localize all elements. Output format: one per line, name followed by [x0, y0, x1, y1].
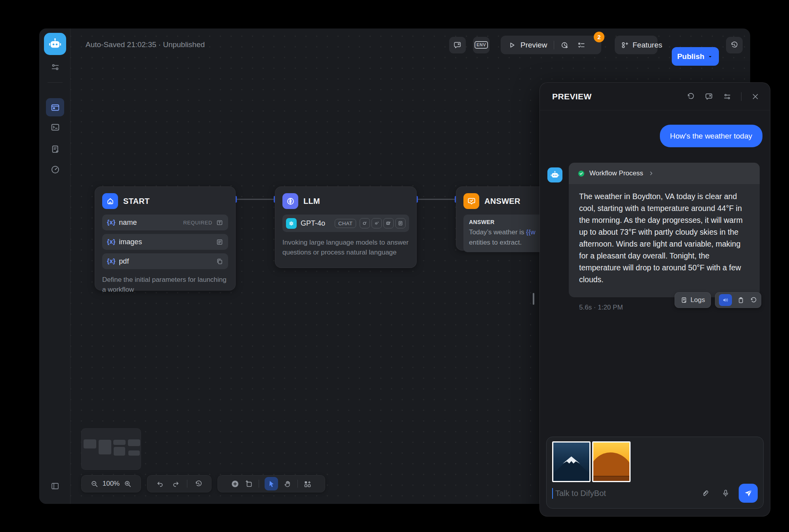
field-label: pdf: [119, 257, 216, 266]
preview-toolbar-group: Preview 2: [501, 36, 601, 54]
attachment-thumbnail-mountain-night[interactable]: [552, 441, 591, 482]
autosave-status: Auto-Saved 21:02:35 · Unpublished: [86, 40, 205, 49]
chat-input[interactable]: [555, 488, 689, 498]
regenerate-icon[interactable]: [750, 296, 757, 304]
canvas-scroll-indicator[interactable]: [533, 293, 534, 305]
text-input-type-icon: [216, 219, 223, 226]
speak-aloud-button[interactable]: [719, 294, 732, 306]
zoom-out-icon[interactable]: [90, 480, 99, 488]
home-icon: [102, 193, 118, 209]
answer-bubble-check-icon: [463, 193, 479, 209]
canvas-minimap[interactable]: [81, 428, 141, 470]
header-divider: [741, 92, 741, 101]
change-history-icon[interactable]: [194, 480, 203, 488]
sidebar-item-logs[interactable]: [46, 140, 64, 158]
hill-shape: [592, 452, 631, 479]
llm-brain-icon: [282, 193, 298, 209]
field-label: name: [119, 218, 183, 227]
robot-icon: [550, 170, 560, 180]
checklist-count-badge: 2: [594, 32, 604, 42]
preview-settings-icon[interactable]: [723, 92, 732, 101]
close-icon[interactable]: [751, 92, 760, 101]
undo-icon[interactable]: [156, 480, 164, 488]
minimap-node: [128, 439, 140, 446]
microphone-icon[interactable]: [721, 489, 730, 498]
env-button-wrap: ENV: [473, 36, 490, 54]
zoom-in-icon[interactable]: [124, 480, 132, 488]
log-document-icon: [50, 144, 60, 154]
text-cursor: [552, 488, 553, 499]
history-button-wrap: [726, 36, 743, 54]
openai-icon: [286, 218, 297, 229]
chevron-down-icon: [707, 53, 713, 60]
start-field-name[interactable]: {x} name REQUIRED: [102, 215, 228, 230]
env-variables-button[interactable]: ENV: [473, 37, 490, 53]
toolbar-divider: [187, 480, 187, 488]
preview-panel-header: PREVIEW: [540, 83, 770, 110]
app-logo-avatar[interactable]: [44, 33, 66, 55]
files-type-icon: [216, 258, 223, 265]
message-actions: Logs: [675, 292, 761, 308]
logs-button[interactable]: Logs: [675, 292, 711, 308]
start-field-pdf[interactable]: {x} pdf: [102, 253, 228, 269]
preview-button[interactable]: Preview: [520, 41, 547, 49]
send-button[interactable]: [739, 484, 758, 503]
publish-button[interactable]: Publish: [672, 47, 719, 66]
copy-to-clipboard-icon[interactable]: [737, 296, 745, 304]
attachment-thumbnail-mountain-sunset[interactable]: [592, 441, 631, 482]
redo-icon[interactable]: [172, 480, 180, 488]
start-node-title: START: [123, 197, 150, 206]
toolbar-divider: [554, 41, 554, 49]
attached-images: [552, 441, 758, 482]
chat-mode-tag: CHAT: [335, 219, 356, 228]
annotation-icon[interactable]: [705, 92, 713, 101]
llm-node-header: LLM: [282, 193, 409, 209]
add-node-button[interactable]: [231, 480, 239, 488]
list-type-icon: [216, 238, 223, 246]
annotation-button[interactable]: [449, 37, 466, 53]
sidebar-item-terminal[interactable]: [46, 118, 64, 136]
pointer-tool-button[interactable]: [265, 477, 278, 490]
hand-tool-icon[interactable]: [284, 480, 292, 488]
answer-variable: {{w: [526, 228, 536, 236]
sidebar-item-monitoring[interactable]: [46, 160, 64, 179]
start-field-images[interactable]: {x} images: [102, 234, 228, 250]
run-history-icon[interactable]: [560, 41, 569, 49]
workflow-process-toggle[interactable]: Workflow Process: [569, 163, 760, 184]
node-start[interactable]: START {x} name REQUIRED {x} images {x} p…: [95, 186, 236, 291]
add-note-icon[interactable]: [245, 480, 253, 488]
annotation-button-wrap: [449, 36, 466, 54]
llm-node-description: Invoking large language models to answer…: [282, 238, 409, 257]
bot-avatar: [547, 167, 562, 182]
message-action-group: [715, 292, 761, 308]
sliders-icon: [50, 62, 60, 72]
llm-model-selector[interactable]: GPT-4o CHAT: [282, 215, 409, 232]
preview-panel-title: PREVIEW: [552, 92, 677, 101]
edge-start-llm: [236, 199, 275, 200]
version-history-button[interactable]: [726, 37, 743, 53]
zoom-level[interactable]: 100%: [103, 480, 120, 488]
variable-badge: {x}: [107, 238, 115, 245]
collapse-sidebar-button[interactable]: [50, 481, 60, 491]
features-label: Features: [633, 41, 662, 49]
field-label: images: [119, 238, 216, 246]
audio-capability-icon: [372, 218, 382, 228]
sidebar: [39, 28, 71, 504]
bot-message-text: The weather in Boydton, VA today is clea…: [569, 184, 760, 297]
node-tools-toolbar: [217, 475, 325, 492]
node-llm[interactable]: LLM GPT-4o CHAT Invoking large language …: [275, 186, 417, 268]
attach-file-icon[interactable]: [701, 489, 709, 498]
bot-message-card: Workflow Process The weather in Boydton,…: [569, 163, 760, 297]
organize-nodes-icon[interactable]: [303, 480, 312, 488]
sidebar-item-workflow[interactable]: [46, 98, 64, 116]
robot-icon: [48, 36, 63, 51]
restart-conversation-icon[interactable]: [686, 92, 695, 101]
window-icon: [50, 103, 60, 112]
sidebar-item-orchestrate[interactable]: [46, 58, 64, 76]
minimap-node: [114, 447, 125, 456]
checklist-icon[interactable]: [577, 41, 586, 49]
video-capability-icon: [383, 218, 394, 228]
features-button[interactable]: Features: [615, 36, 658, 54]
logs-icon: [680, 296, 688, 304]
terminal-icon: [50, 122, 60, 132]
